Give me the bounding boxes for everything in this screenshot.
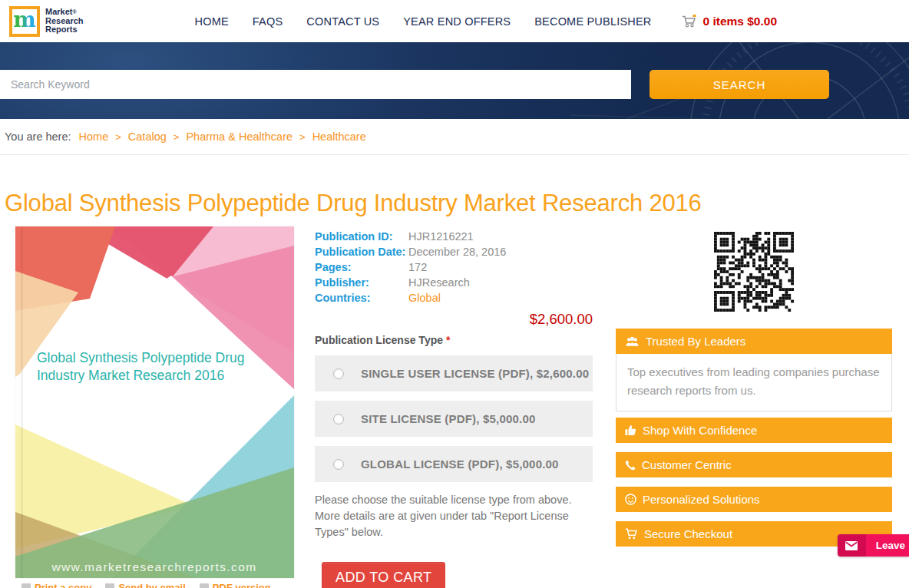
detail-value: 172 [408,259,427,275]
logo-line: Reports [45,25,84,35]
cover-column: www.marketresearchreports.com Global Syn… [15,226,294,588]
pdf-link-label: PDF version [213,582,271,588]
envelope-icon [838,534,866,557]
detail-row-publisher: Publisher: HJResearch [315,275,593,290]
cover-title-line: Industry Market Research 2016 [37,367,244,385]
banner-label: Customer Centric [642,458,732,471]
cart-link[interactable]: 0 items $0.00 [682,15,777,28]
add-to-cart-button[interactable]: ADD TO CART [322,562,445,588]
print-link[interactable]: Print a copy [21,582,91,588]
banner-trusted-by-leaders: Trusted By Leaders [616,329,892,354]
breadcrumb-healthcare[interactable]: Healthcare [312,130,366,143]
nav-item-home[interactable]: HOME [195,15,229,28]
breadcrumb-separator: > [115,131,121,143]
logo-letter: m [13,9,36,31]
main-content: www.marketresearchreports.com Global Syn… [0,226,909,588]
countries-global-link[interactable]: Global [408,290,441,306]
pdf-link[interactable]: PDF version [200,582,271,588]
license-option-label: SITE LICENSE (PDF), $5,000.00 [361,412,536,425]
search-input[interactable] [0,70,631,99]
cover-title-line: Global Synthesis Polypeptide Drug [37,349,244,367]
detail-label: Countries: [315,290,408,306]
breadcrumb-home[interactable]: Home [79,130,109,143]
price: $2,600.00 [315,311,593,328]
breadcrumb-pharma-healthcare[interactable]: Pharma & Healthcare [186,130,293,143]
sidebar-column: Trusted By Leaders Top executives from l… [616,226,892,547]
qr-code [616,232,892,312]
chat-tab-label: Leave [866,534,909,557]
radio-button[interactable] [333,368,344,379]
license-option-site[interactable]: SITE LICENSE (PDF), $5,000.00 [315,401,593,437]
main-nav: HOME FAQS CONTACT US YEAR END OFFERS BEC… [195,15,652,28]
site-logo[interactable]: m Market® Research Reports [9,6,84,37]
top-bar: m Market® Research Reports HOME FAQS CON… [0,0,909,42]
radio-button[interactable] [333,459,344,470]
registered-mark: ® [72,9,76,15]
banner-label: Personalized Solutions [643,493,760,506]
cover-action-links: Print a copy Send by email PDF version [15,582,294,588]
publication-details: Publication ID: HJR1216221 Publication D… [315,229,593,306]
banner-label: Trusted By Leaders [646,335,745,348]
nav-item-faqs[interactable]: FAQS [253,15,283,28]
detail-row-publication-date: Publication Date: December 28, 2016 [315,244,593,259]
detail-value: December 28, 2016 [408,244,506,259]
nav-item-year-end-offers[interactable]: YEAR END OFFERS [403,15,511,28]
nav-item-become-publisher[interactable]: BECOME PUBLISHER [534,15,651,28]
breadcrumb: You are here: Home > Catalog > Pharma & … [0,119,909,155]
cover-title: Global Synthesis Polypeptide Drug Indust… [37,349,244,385]
detail-label: Publication ID: [315,229,408,244]
banner-shop-with-confidence: Shop With Confidence [616,418,892,443]
license-option-single-user[interactable]: SINGLE USER LICENSE (PDF), $2,600.00 [315,355,593,391]
radio-button[interactable] [333,414,344,424]
detail-value: HJResearch [408,275,470,290]
detail-row-countries: Countries: Global [315,290,593,306]
smiley-icon [625,494,636,505]
trust-banners: Trusted By Leaders Top executives from l… [616,329,892,547]
license-note: Please choose the suitable license type … [315,492,585,540]
detail-label: Pages: [315,259,408,275]
report-cover-image: www.marketresearchreports.com Global Syn… [15,226,294,578]
search-button[interactable]: SEARCH [650,70,829,99]
breadcrumb-prefix: You are here: [5,130,71,143]
breadcrumb-separator: > [174,131,180,143]
logo-text: Market® Research Reports [45,8,84,35]
logo-mark: m [9,6,40,37]
printer-icon [21,583,31,588]
thumbs-up-icon [625,424,636,436]
license-heading-text: Publication License Type [315,334,443,346]
license-type-heading: Publication License Type * [315,334,593,346]
nav-item-contact-us[interactable]: CONTACT US [306,15,379,28]
email-icon [105,583,114,588]
page-title: Global Synthesis Polypeptide Drug Indust… [0,155,909,226]
license-option-label: SINGLE USER LICENSE (PDF), $2,600.00 [361,367,589,380]
banner-customer-centric: Customer Centric [616,452,892,477]
detail-value: HJR1216221 [408,229,474,244]
email-link[interactable]: Send by email [105,582,185,588]
detail-label: Publication Date: [315,244,408,259]
license-option-label: GLOBAL LICENSE (PDF), $5,000.00 [361,458,559,471]
search-banner: SEARCH [0,42,909,119]
pdf-icon [200,583,209,588]
phone-icon [625,460,636,471]
banner-personalized-solutions: Personalized Solutions [616,487,892,512]
details-column: Publication ID: HJR1216221 Publication D… [315,226,593,588]
detail-label: Publisher: [315,275,408,290]
cart-icon [625,528,638,540]
license-option-global[interactable]: GLOBAL LICENSE (PDF), $5,000.00 [315,446,593,482]
cover-website-text: www.marketresearchreports.com [51,560,256,573]
breadcrumb-catalog[interactable]: Catalog [128,130,167,143]
breadcrumb-separator: > [299,131,306,143]
logo-line: Market [45,7,72,16]
banner-label: Secure Checkout [644,527,732,540]
live-chat-tab[interactable]: Leave [838,534,909,557]
banner-label: Shop With Confidence [643,424,757,437]
trusted-by-leaders-text: Top executives from leading companies pu… [616,354,892,411]
cart-summary: 0 items $0.00 [702,15,777,28]
email-link-label: Send by email [118,582,185,588]
detail-row-pages: Pages: 172 [315,259,593,275]
required-asterisk: * [446,334,450,346]
cart-icon [682,15,697,28]
users-icon [625,336,640,347]
detail-row-publication-id: Publication ID: HJR1216221 [315,229,593,244]
print-link-label: Print a copy [35,582,91,588]
